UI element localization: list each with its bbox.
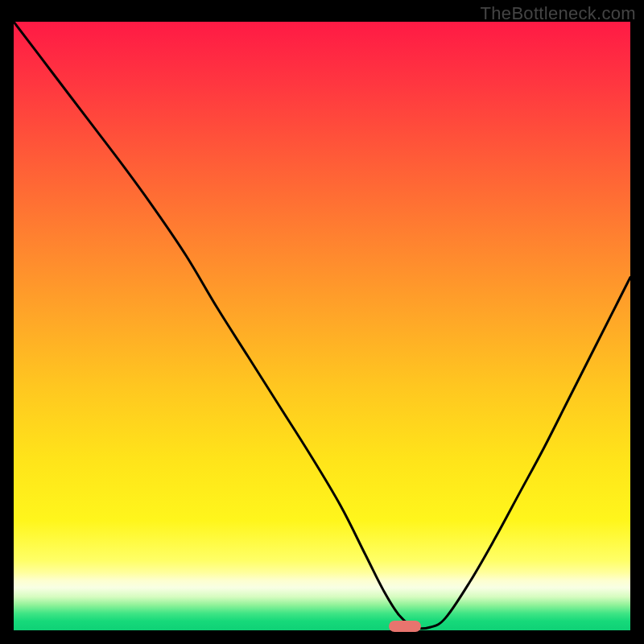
gradient-background <box>14 22 630 630</box>
chart-frame: TheBottleneck.com <box>0 0 644 644</box>
plot-area <box>14 22 630 630</box>
chart-svg <box>14 22 630 630</box>
optimal-range-marker <box>389 621 421 632</box>
watermark-text: TheBottleneck.com <box>481 3 636 24</box>
